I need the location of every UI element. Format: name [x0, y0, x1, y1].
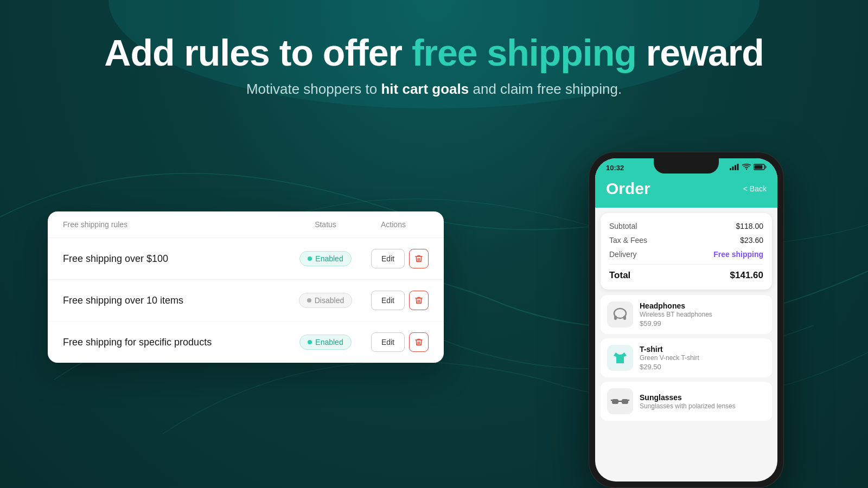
- status-dot-1: [308, 256, 312, 261]
- status-label-3: Enabled: [315, 338, 343, 346]
- product-info-headphones: Headphones Wireless BT headphones $59.99: [640, 301, 765, 328]
- phone-back-button[interactable]: < Back: [743, 184, 767, 193]
- status-badge-enabled-1: Enabled: [299, 251, 351, 266]
- battery-svg-icon: [754, 164, 767, 170]
- total-label: Total: [609, 270, 630, 281]
- subtitle: Motivate shoppers to hit cart goals and …: [0, 81, 868, 98]
- rule-status-1: Enabled: [293, 251, 358, 266]
- trash-icon-2: [414, 296, 423, 305]
- delete-button-1[interactable]: [409, 249, 429, 268]
- rule-actions-2: Edit: [358, 291, 429, 310]
- phone-screen-title: Order: [606, 179, 650, 198]
- product-item-tshirt: T-shirt Green V-neck T-shirt $29.50: [601, 338, 772, 377]
- tax-label: Tax & Fees: [609, 236, 647, 245]
- title-accent: free shipping: [412, 32, 636, 73]
- battery-icon: [754, 164, 767, 172]
- product-desc-sunglasses: Sunglasses with polarized lenses: [640, 402, 765, 410]
- product-info-sunglasses: Sunglasses Sunglasses with polarized len…: [640, 393, 765, 410]
- rule-actions-1: Edit: [358, 249, 429, 268]
- main-title: Add rules to offer free shipping reward: [0, 33, 868, 73]
- rule-row-1: Free shipping over $100 Enabled Edit: [48, 238, 444, 280]
- headphones-svg: [610, 305, 630, 324]
- rules-table-header: Free shipping rules Status Actions: [48, 211, 444, 238]
- status-icons: [730, 164, 767, 172]
- subtotal-value: $118.00: [736, 222, 763, 230]
- svg-rect-2: [732, 166, 734, 170]
- order-summary-card: Subtotal $118.00 Tax & Fees $23.60 Deliv…: [601, 213, 772, 290]
- svg-rect-6: [755, 165, 763, 169]
- product-name-headphones: Headphones: [640, 301, 765, 310]
- phone-mockup: 10:32: [589, 152, 784, 488]
- product-desc-headphones: Wireless BT headphones: [640, 311, 765, 318]
- title-text-2: reward: [636, 32, 764, 73]
- status-dot-2: [307, 298, 311, 303]
- title-text-1: Add rules to offer: [104, 32, 412, 73]
- phone-frame: 10:32: [589, 152, 784, 488]
- phone-notch: [654, 158, 719, 174]
- rule-row-3: Free shipping for specific products Enab…: [48, 322, 444, 363]
- edit-button-2[interactable]: Edit: [371, 291, 405, 310]
- order-tax-row: Tax & Fees $23.60: [609, 236, 763, 245]
- delivery-value: Free shipping: [713, 250, 763, 259]
- rule-name-2: Free shipping over 10 items: [63, 295, 293, 306]
- product-icon-headphones: [607, 301, 633, 328]
- product-icon-tshirt: [607, 345, 633, 371]
- order-delivery-row: Delivery Free shipping: [609, 250, 763, 259]
- col-header-status: Status: [293, 220, 358, 229]
- phone-header: Order < Back: [595, 175, 777, 208]
- product-price-tshirt: $29.50: [640, 363, 765, 371]
- trash-icon-3: [414, 338, 423, 346]
- product-name-sunglasses: Sunglasses: [640, 393, 765, 402]
- product-price-headphones: $59.99: [640, 319, 765, 328]
- cellular-icon: [730, 164, 739, 170]
- product-item-headphones: Headphones Wireless BT headphones $59.99: [601, 295, 772, 334]
- svg-rect-1: [730, 168, 731, 170]
- order-divider: [609, 264, 763, 265]
- delete-button-2[interactable]: [409, 291, 429, 310]
- subtitle-text-2: and claim free shipping.: [469, 81, 622, 97]
- col-header-actions: Actions: [358, 220, 429, 229]
- col-header-rule: Free shipping rules: [63, 220, 293, 229]
- rule-status-3: Enabled: [293, 335, 358, 350]
- rule-actions-3: Edit: [358, 332, 429, 352]
- signal-icon: [730, 164, 739, 172]
- rule-name-1: Free shipping over $100: [63, 253, 293, 265]
- subtotal-label: Subtotal: [609, 222, 637, 230]
- total-value: $141.60: [730, 270, 763, 281]
- sunglasses-svg: [610, 391, 630, 411]
- product-info-tshirt: T-shirt Green V-neck T-shirt $29.50: [640, 345, 765, 371]
- product-icon-sunglasses: [607, 388, 633, 414]
- back-label: < Back: [743, 184, 767, 193]
- trash-icon-1: [414, 254, 423, 263]
- svg-rect-4: [737, 164, 739, 170]
- subtitle-bold: hit cart goals: [381, 81, 469, 97]
- delete-button-3[interactable]: [409, 332, 429, 352]
- svg-rect-10: [612, 399, 618, 404]
- product-desc-tshirt: Green V-neck T-shirt: [640, 354, 765, 362]
- status-dot-3: [308, 340, 312, 344]
- product-list: Headphones Wireless BT headphones $59.99…: [601, 295, 772, 421]
- edit-button-3[interactable]: Edit: [371, 332, 405, 352]
- svg-rect-3: [735, 165, 736, 171]
- rules-card: Free shipping rules Status Actions Free …: [48, 211, 444, 363]
- phone-time: 10:32: [606, 164, 624, 172]
- tax-value: $23.60: [740, 236, 763, 245]
- status-label-2: Disabled: [315, 296, 344, 305]
- status-badge-enabled-3: Enabled: [299, 335, 351, 350]
- delivery-label: Delivery: [609, 250, 637, 259]
- status-badge-disabled-2: Disabled: [299, 293, 352, 308]
- svg-rect-11: [622, 399, 628, 404]
- product-item-sunglasses: Sunglasses Sunglasses with polarized len…: [601, 382, 772, 421]
- tshirt-svg: [610, 348, 630, 368]
- header-section: Add rules to offer free shipping reward …: [0, 33, 868, 98]
- order-subtotal-row: Subtotal $118.00: [609, 222, 763, 230]
- svg-rect-9: [623, 316, 626, 320]
- edit-button-1[interactable]: Edit: [371, 249, 405, 268]
- wifi-icon: [742, 164, 751, 172]
- product-name-tshirt: T-shirt: [640, 345, 765, 354]
- rule-row-2: Free shipping over 10 items Disabled Edi…: [48, 280, 444, 322]
- subtitle-text-1: Motivate shoppers to: [246, 81, 381, 97]
- wifi-svg-icon: [742, 164, 751, 170]
- rule-name-3: Free shipping for specific products: [63, 337, 293, 348]
- order-total-row: Total $141.60: [609, 270, 763, 281]
